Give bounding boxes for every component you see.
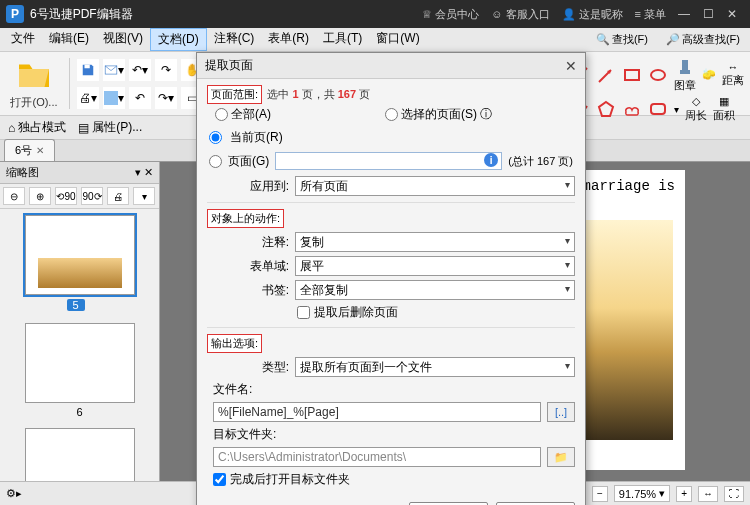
polygon-shape-icon[interactable] [596, 99, 616, 119]
menu-6[interactable]: 工具(T) [316, 28, 369, 51]
maximize-button[interactable]: ☐ [696, 7, 720, 21]
open-button[interactable]: 打开(O)... [6, 54, 62, 113]
type-select[interactable]: 提取所有页面到一个文件 [295, 357, 575, 377]
thumbnail-page-6[interactable]: 6 [25, 323, 135, 418]
panel-menu-icon[interactable]: ▾ ✕ [135, 166, 153, 179]
exclusive-mode-toggle[interactable]: ⌂ 独占模式 [8, 119, 66, 136]
zoom-out-icon[interactable]: ⊖ [3, 187, 25, 205]
print-icon[interactable]: 🖨▾ [77, 87, 99, 109]
menu-4[interactable]: 注释(C) [207, 28, 262, 51]
radio-selected[interactable]: 选择的页面(S) ⓘ [385, 106, 492, 123]
minimize-button[interactable]: — [672, 7, 696, 21]
main-menu[interactable]: ≡ 菜单 [635, 7, 666, 22]
menu-0[interactable]: 文件 [4, 28, 42, 51]
svg-rect-11 [651, 104, 665, 114]
svg-point-7 [651, 70, 665, 80]
dialog-close-icon[interactable]: ✕ [565, 58, 577, 74]
svg-rect-0 [85, 64, 90, 68]
output-label: 输出选项: [207, 334, 262, 353]
radio-all[interactable]: 全部(A) [215, 106, 271, 123]
eraser-tool[interactable]: 🧽 [702, 68, 716, 81]
options-icon[interactable]: ⚙▸ [6, 487, 22, 500]
menu-1[interactable]: 编辑(E) [42, 28, 96, 51]
browse-folder-button[interactable]: 📁 [547, 447, 575, 467]
mail-icon[interactable]: ▾ [103, 59, 125, 81]
menu-2[interactable]: 视图(V) [96, 28, 150, 51]
folder-input[interactable]: C:\Users\Administrator\Documents\ [213, 447, 541, 467]
save-icon[interactable] [77, 59, 99, 81]
adv-find-button[interactable]: 🔎高级查找(F) [660, 30, 746, 49]
menu-7[interactable]: 窗口(W) [369, 28, 426, 51]
menu-5[interactable]: 表单(R) [261, 28, 316, 51]
distance-tool[interactable]: ↔距离 [722, 61, 744, 88]
scan-icon[interactable]: ▾ [103, 87, 125, 109]
svg-rect-2 [104, 91, 118, 105]
zoom-in-icon[interactable]: ⊕ [29, 187, 51, 205]
zoom-in-button[interactable]: + [676, 486, 692, 502]
find-button[interactable]: 🔍查找(F) [590, 30, 654, 49]
annotations-select[interactable]: 复制 [295, 232, 575, 252]
close-button[interactable]: ✕ [720, 7, 744, 21]
dialog-title: 提取页面 [205, 57, 253, 74]
redo2-icon[interactable]: ↷▾ [155, 87, 177, 109]
fit-page-icon[interactable]: ⛶ [724, 486, 744, 502]
arrow-shape-icon[interactable] [596, 65, 616, 85]
support-link[interactable]: ☺ 客服入口 [491, 7, 549, 22]
menu-3[interactable]: 文档(D) [150, 28, 207, 51]
radio-pages[interactable]: 页面(G) [209, 153, 269, 170]
stamp-tool[interactable]: 图章 [674, 56, 696, 93]
svg-rect-9 [682, 60, 688, 70]
zoom-value[interactable]: 91.75% [619, 488, 656, 500]
titlebar: P 6号迅捷PDF编辑器 ♕ 会员中心 ☺ 客服入口 👤 这是昵称 ≡ 菜单 —… [0, 0, 750, 28]
perimeter-tool[interactable]: ◇周长 [685, 95, 707, 123]
svg-rect-6 [625, 70, 639, 80]
oval-shape-icon[interactable] [648, 65, 668, 85]
cloud-shape-icon[interactable] [622, 99, 642, 119]
redo-icon[interactable]: ↷ [155, 59, 177, 81]
thumbnails-title: 缩略图 [6, 165, 39, 180]
rotate-right-icon[interactable]: 90⟳ [81, 187, 103, 205]
undo2-icon[interactable]: ↶ [129, 87, 151, 109]
area-tool[interactable]: ▦面积 [713, 95, 735, 123]
thumbnail-page-7[interactable]: 7 [25, 428, 135, 481]
total-pages-label: (总计 167 页) [508, 154, 573, 169]
properties-button[interactable]: ▤ 属性(P)... [78, 119, 142, 136]
forms-select[interactable]: 展平 [295, 256, 575, 276]
thumbnail-page-5[interactable]: 5 [25, 215, 135, 313]
thumb-more-icon[interactable]: ▾ [133, 187, 155, 205]
delete-after-checkbox[interactable] [297, 306, 310, 319]
nickname[interactable]: 👤 这是昵称 [562, 7, 623, 22]
member-center-link[interactable]: ♕ 会员中心 [422, 7, 479, 22]
bookmarks-select[interactable]: 全部复制 [295, 280, 575, 300]
zoom-out-button[interactable]: − [592, 486, 608, 502]
filename-input[interactable]: %[FileName]_%[Page] [213, 402, 541, 422]
thumbnails-panel: 缩略图▾ ✕ ⊖ ⊕ ⟲90 90⟳ 🖨 ▾ 567 [0, 162, 160, 481]
page-range-info: 选中 1 页，共 167 页 [267, 88, 370, 100]
svg-marker-10 [599, 102, 613, 116]
document-tab[interactable]: 6号✕ [4, 139, 55, 161]
actions-label: 对象上的动作: [207, 209, 284, 228]
fit-width-icon[interactable]: ↔ [698, 486, 718, 502]
app-logo: P [6, 5, 24, 23]
rotate-left-icon[interactable]: ⟲90 [55, 187, 77, 205]
radio-current[interactable]: 当前页(R) [209, 129, 573, 146]
rect-shape-icon[interactable] [622, 65, 642, 85]
filename-macro-button[interactable]: [..] [547, 402, 575, 422]
open-after-checkbox[interactable] [213, 473, 226, 486]
rounded-rect-icon[interactable] [648, 99, 668, 119]
thumb-print-icon[interactable]: 🖨 [107, 187, 129, 205]
apply-to-select[interactable]: 所有页面 [295, 176, 575, 196]
app-title: 6号迅捷PDF编辑器 [30, 6, 133, 23]
pages-input[interactable] [275, 152, 502, 170]
svg-rect-8 [680, 70, 690, 74]
extract-pages-dialog: 提取页面✕ 页面范围: 选中 1 页，共 167 页 全部(A) 选择的页面(S… [196, 52, 586, 505]
menubar: 文件编辑(E)视图(V)文档(D)注释(C)表单(R)工具(T)窗口(W) 🔍查… [0, 28, 750, 52]
page-text: marriage is [583, 178, 675, 194]
undo-icon[interactable]: ↶▾ [129, 59, 151, 81]
tab-close-icon[interactable]: ✕ [36, 145, 44, 156]
page-range-label: 页面范围: [207, 85, 262, 104]
